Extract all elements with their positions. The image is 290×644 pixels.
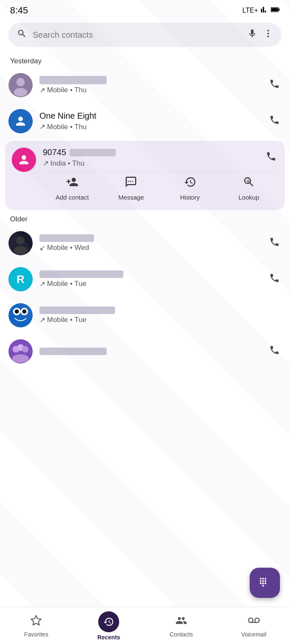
call-detail: ↗ Mobile • Tue xyxy=(39,280,261,288)
history-button[interactable]: History xyxy=(173,176,207,201)
nav-voicemail[interactable]: Voicemail xyxy=(237,615,271,638)
call-item[interactable]: R ↗ Mobile • Tue xyxy=(0,261,290,297)
add-contact-label: Add contact xyxy=(56,194,89,201)
call-info: One Nine Eight ↗ Mobile • Thu xyxy=(39,111,261,131)
voicemail-label: Voicemail xyxy=(241,631,266,638)
svg-point-30 xyxy=(264,582,266,584)
favorites-icon xyxy=(30,615,42,629)
call-info: ↗ Mobile • Tue xyxy=(39,306,282,325)
message-icon xyxy=(125,176,137,191)
svg-point-26 xyxy=(262,580,264,582)
avatar xyxy=(8,73,33,97)
call-info: ↗ Mobile • Thu xyxy=(39,76,261,95)
svg-point-28 xyxy=(260,582,261,584)
contact-name-blurred xyxy=(39,306,115,314)
contact-name-blurred xyxy=(70,149,116,156)
svg-point-5 xyxy=(267,36,269,37)
call-button[interactable] xyxy=(267,77,282,94)
contacts-icon xyxy=(175,615,187,629)
avatar xyxy=(12,148,36,172)
outgoing-arrow: ↗ xyxy=(39,86,45,95)
svg-point-8 xyxy=(14,88,27,96)
svg-point-20 xyxy=(22,346,29,353)
svg-point-22 xyxy=(260,578,261,579)
svg-point-15 xyxy=(15,309,19,314)
bottom-nav: Favorites Recents Contacts Voicemail xyxy=(0,607,290,644)
lookup-button[interactable]: Lookup xyxy=(232,176,266,201)
call-item[interactable]: ↙ Mobile • Wed xyxy=(0,225,290,261)
svg-point-31 xyxy=(262,585,264,587)
svg-point-27 xyxy=(264,580,266,582)
svg-point-3 xyxy=(267,30,269,31)
outgoing-arrow: ↗ xyxy=(39,316,45,325)
avatar-letter: R xyxy=(17,273,25,286)
contacts-label: Contacts xyxy=(170,631,193,638)
status-bar: 8:45 LTE+ xyxy=(0,0,290,19)
nav-contacts[interactable]: Contacts xyxy=(165,615,198,638)
svg-point-23 xyxy=(262,578,264,579)
search-icon xyxy=(17,29,27,41)
call-type-detail: India • Thu xyxy=(50,159,84,168)
call-item-selected[interactable]: 90745 ↗ India • Thu xyxy=(5,141,285,210)
nav-favorites[interactable]: Favorites xyxy=(19,615,53,638)
call-info: ↗ Mobile • Tue xyxy=(39,270,261,288)
svg-point-4 xyxy=(267,33,269,34)
call-item[interactable] xyxy=(0,333,290,369)
call-type-detail: Mobile • Thu xyxy=(47,123,86,131)
quick-actions: Add contact Message History xyxy=(43,171,278,203)
call-type-detail: Mobile • Tue xyxy=(47,280,86,288)
outgoing-arrow: ↗ xyxy=(39,122,45,131)
contact-name: 90745 xyxy=(43,148,66,157)
contact-name-blurred xyxy=(39,76,107,84)
svg-point-11 xyxy=(14,246,27,254)
svg-point-7 xyxy=(16,78,25,86)
call-button[interactable] xyxy=(267,235,282,252)
svg-point-25 xyxy=(260,580,261,582)
more-icon[interactable] xyxy=(263,29,273,41)
call-button[interactable] xyxy=(264,149,278,166)
call-type-detail: Mobile • Wed xyxy=(47,244,89,252)
call-item[interactable]: ↗ Mobile • Tue xyxy=(0,297,290,333)
favorites-label: Favorites xyxy=(24,631,49,638)
call-info xyxy=(39,348,261,355)
search-input[interactable] xyxy=(33,30,241,40)
dialpad-fab[interactable] xyxy=(250,568,280,598)
call-detail: ↙ Mobile • Wed xyxy=(39,244,261,252)
add-contact-icon xyxy=(66,176,78,191)
contact-name-blurred xyxy=(39,348,107,355)
message-label: Message xyxy=(118,194,144,201)
content-scroll: Yesterday ↗ Mobile • Thu One Nine Eight … xyxy=(0,54,290,420)
nav-recents[interactable]: Recents xyxy=(92,611,125,641)
svg-point-16 xyxy=(22,309,26,314)
avatar xyxy=(8,303,33,327)
recents-label: Recents xyxy=(97,634,120,641)
svg-point-10 xyxy=(16,236,25,244)
section-yesterday: Yesterday xyxy=(0,54,290,67)
mic-icon[interactable] xyxy=(247,29,257,41)
call-item[interactable]: ↗ Mobile • Thu xyxy=(0,67,290,103)
call-info: ↙ Mobile • Wed xyxy=(39,234,261,252)
call-type-detail: Mobile • Thu xyxy=(47,86,86,94)
svg-point-12 xyxy=(8,303,33,327)
contact-name: One Nine Eight xyxy=(39,111,261,121)
message-button[interactable]: Message xyxy=(114,176,148,201)
lookup-icon xyxy=(243,176,255,191)
history-label: History xyxy=(180,194,200,201)
incoming-arrow: ↙ xyxy=(39,244,45,252)
call-info: 90745 ↗ India • Thu xyxy=(43,148,264,168)
recents-icon xyxy=(98,611,119,632)
search-bar[interactable] xyxy=(8,23,282,47)
add-contact-button[interactable]: Add contact xyxy=(55,176,89,201)
call-button[interactable] xyxy=(267,343,282,360)
call-detail: ↗ Mobile • Thu xyxy=(39,122,261,131)
call-button[interactable] xyxy=(267,113,282,130)
lte-icon: LTE+ xyxy=(243,7,259,14)
status-icons: LTE+ xyxy=(243,6,280,15)
call-button[interactable] xyxy=(267,271,282,288)
avatar xyxy=(8,339,33,364)
lookup-label: Lookup xyxy=(238,194,259,201)
section-older: Older xyxy=(0,212,290,225)
call-item[interactable]: One Nine Eight ↗ Mobile • Thu xyxy=(0,103,290,139)
svg-point-29 xyxy=(262,582,264,584)
history-icon xyxy=(184,176,196,191)
